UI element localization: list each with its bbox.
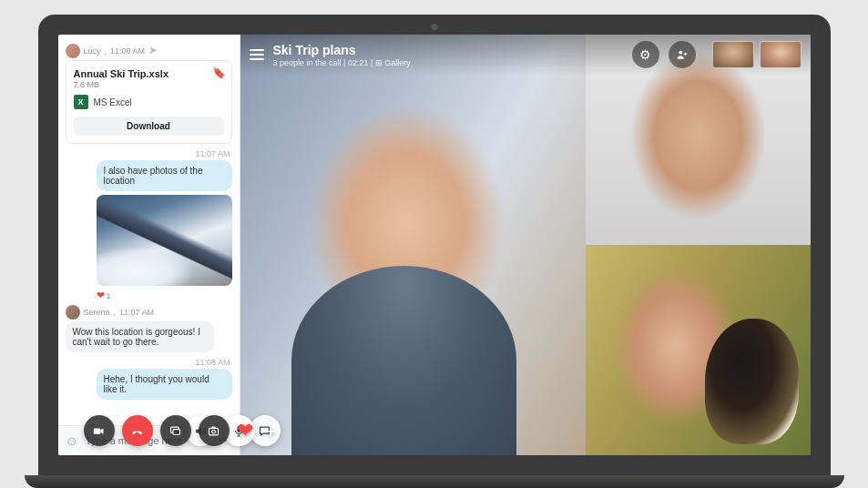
svg-point-6 [212, 430, 216, 433]
file-title: Annual Ski Trip.xslx [74, 68, 224, 79]
svg-rect-5 [209, 428, 219, 435]
send-indicator-icon: ➤ [148, 44, 158, 56]
laptop-base [25, 475, 844, 488]
outgoing-message[interactable]: I also have photos of the location [97, 160, 232, 191]
reaction-row[interactable]: ❤ 1 [97, 290, 232, 301]
share-screen-button[interactable] [160, 415, 191, 446]
avatar [66, 44, 80, 58]
screen-bezel: Lucy, 11:00 AM ➤ 🔖 Annual Ski Trip.xslx … [38, 15, 831, 475]
message-time: 11:00 AM [110, 46, 145, 56]
message-meta: Serena, 11:07 AM [66, 305, 232, 320]
call-header: Ski Trip plans 3 people in the call | 02… [240, 35, 811, 75]
chat-pane: Lucy, 11:00 AM ➤ 🔖 Annual Ski Trip.xslx … [58, 35, 240, 455]
camera-dot [431, 24, 437, 30]
message-meta: Lucy, 11:00 AM ➤ [66, 44, 232, 58]
video-tile-main[interactable] [240, 35, 586, 455]
add-person-icon [676, 48, 689, 61]
sender-name: Lucy [84, 46, 101, 56]
avatar [66, 305, 80, 320]
file-size: 7,6 MB [74, 80, 224, 89]
pip-thumbnails [712, 41, 802, 68]
share-screen-icon [168, 424, 182, 438]
outgoing-message[interactable]: Hehe, I thought you would like it. [97, 369, 232, 400]
gear-icon: ⚙ [639, 47, 651, 62]
video-tile[interactable] [586, 245, 811, 455]
download-button[interactable]: Download [74, 117, 224, 136]
incoming-message[interactable]: Wow this location is gorgeous! I can't w… [66, 321, 214, 352]
camera-button[interactable] [84, 415, 115, 446]
camera-icon [92, 424, 106, 438]
file-type-label: MS Excel [94, 97, 132, 107]
hangup-icon [130, 424, 144, 438]
bookmark-icon[interactable]: 🔖 [212, 66, 226, 79]
laptop-frame: Lucy, 11:00 AM ➤ 🔖 Annual Ski Trip.xslx … [38, 15, 831, 488]
reaction-heart-button[interactable]: ❤ [237, 419, 253, 442]
chat-scroll[interactable]: Lucy, 11:00 AM ➤ 🔖 Annual Ski Trip.xslx … [58, 35, 240, 425]
settings-button[interactable]: ⚙ [632, 41, 659, 68]
sender-name: Serena [84, 308, 110, 317]
call-subtitle: 3 people in the call | 02:21 | ⊞ Gallery [273, 58, 411, 67]
message-time: 11:07 AM [119, 308, 154, 317]
timestamp: 11:07 AM [67, 149, 230, 158]
timestamp: 11:08 AM [67, 358, 230, 367]
snapshot-button[interactable] [199, 415, 230, 446]
reaction-count: 1 [107, 291, 111, 300]
video-grid [240, 35, 811, 455]
pip-thumbnail[interactable] [760, 41, 802, 68]
svg-rect-4 [173, 429, 180, 434]
emoji-icon[interactable]: ☺ [66, 433, 78, 448]
camera-snapshot-icon [207, 424, 220, 438]
call-controls: ❤ ＋ [240, 415, 290, 446]
file-attachment-card[interactable]: 🔖 Annual Ski Trip.xslx 7,6 MB X MS Excel… [66, 60, 232, 144]
call-title: Ski Trip plans [273, 43, 411, 57]
add-person-button[interactable] [669, 41, 696, 68]
menu-icon[interactable] [250, 49, 264, 60]
app-screen: Lucy, 11:00 AM ➤ 🔖 Annual Ski Trip.xslx … [58, 35, 811, 455]
photo-attachment[interactable] [97, 195, 232, 286]
svg-rect-2 [94, 428, 101, 433]
add-button[interactable]: ＋ [260, 417, 281, 444]
excel-icon: X [74, 95, 88, 109]
pip-thumbnail[interactable] [712, 41, 754, 68]
call-pane: Ski Trip plans 3 people in the call | 02… [240, 35, 811, 455]
svg-point-0 [679, 51, 682, 55]
heart-icon: ❤ [97, 290, 105, 301]
end-call-button[interactable] [122, 415, 153, 446]
